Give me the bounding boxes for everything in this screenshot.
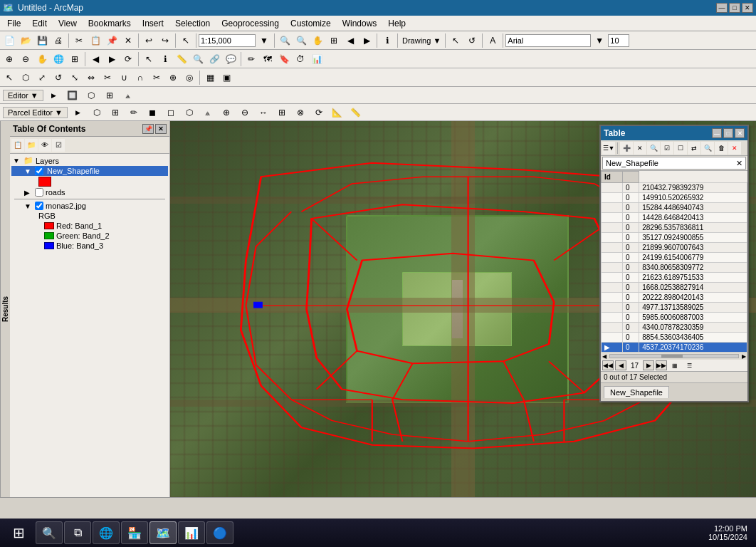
table-switch-sel-button[interactable]: ⇄: [688, 142, 700, 155]
font-dropdown[interactable]: ▼: [592, 33, 607, 48]
zoom-in2-button[interactable]: ⊕: [1, 51, 17, 67]
table-rows[interactable]: 0210432.7983923790149910.520265932015284…: [602, 183, 747, 353]
table-row-value[interactable]: 24199.6154006779: [639, 253, 747, 263]
table-row[interactable]: 05985.60060887003: [602, 313, 747, 323]
nav-last-button[interactable]: ▶▶: [656, 360, 667, 370]
taskbar-search-button[interactable]: 🔍: [36, 521, 63, 544]
table-row[interactable]: 015284.4486940743: [602, 203, 747, 213]
edit-select-button[interactable]: ↖: [1, 70, 17, 85]
table-row[interactable]: 024199.6154006779: [602, 253, 747, 263]
edit-union-button[interactable]: ∪: [116, 70, 132, 85]
table-row-value[interactable]: 1668.02538827914: [639, 283, 747, 293]
table-row-value[interactable]: 14428.6468420413: [639, 213, 747, 223]
time-button[interactable]: ⏱: [293, 51, 308, 67]
table-row[interactable]: 020222.8980420143: [602, 293, 747, 303]
parcel-tool9-button[interactable]: ⊕: [219, 105, 234, 120]
select-features-button[interactable]: ▣: [219, 70, 234, 85]
table-row-id[interactable]: 0: [623, 303, 639, 313]
table-row-value[interactable]: 4340.07878230359: [639, 323, 747, 333]
zoom-prev-button[interactable]: ◀: [342, 33, 358, 48]
table-row[interactable]: 0149910.520265932: [602, 193, 747, 203]
taskbar-taskview-button[interactable]: ⧉: [64, 521, 91, 544]
table-row-id[interactable]: 0: [623, 193, 639, 203]
edit-buffer-button[interactable]: ◎: [182, 70, 197, 85]
table-row-id[interactable]: 0: [623, 323, 639, 333]
toc-list-by-selection-button[interactable]: ☑: [52, 139, 65, 152]
table-row[interactable]: 08340.80658309772: [602, 263, 747, 273]
edit-intersect-button[interactable]: ∩: [132, 70, 148, 85]
table-row-value[interactable]: 4537.20374170236: [639, 343, 747, 353]
table-row[interactable]: 035127.0924900855: [602, 233, 747, 243]
fontsize-input[interactable]: [608, 34, 629, 47]
table-options-button[interactable]: ☰▼: [602, 142, 615, 155]
monas-expand-icon[interactable]: ▼: [24, 202, 33, 210]
table-row-id[interactable]: 0: [623, 253, 639, 263]
table-row-value[interactable]: 210432.798392379: [639, 183, 747, 193]
table-row-id[interactable]: 0: [623, 223, 639, 233]
forward-button[interactable]: ▶: [104, 51, 120, 67]
print-button[interactable]: 🖨: [51, 33, 66, 48]
parcel-tool2-button[interactable]: ⬡: [89, 105, 105, 120]
start-button[interactable]: ⊞: [3, 521, 34, 544]
parcel-tool7-button[interactable]: ⬡: [182, 105, 197, 120]
scale-input[interactable]: [199, 34, 256, 47]
table-row[interactable]: 04977.13713589025: [602, 303, 747, 313]
edit-tool2-button[interactable]: ⬡: [83, 88, 99, 103]
zoom-out2-button[interactable]: ⊖: [18, 51, 33, 67]
hyperlink-button[interactable]: 🔗: [206, 51, 222, 67]
toc-pin-button[interactable]: 📌: [142, 124, 154, 134]
measure-button[interactable]: 📏: [174, 51, 189, 67]
select2-button[interactable]: ↖: [141, 51, 157, 67]
parcel-editor-label[interactable]: Parcel Editor ▼: [3, 107, 68, 118]
layers-expand-icon[interactable]: ▼: [13, 157, 21, 165]
scroll-thumb[interactable]: [661, 355, 683, 358]
toc-close-button[interactable]: ✕: [155, 124, 167, 134]
attribute-table[interactable]: Id 0210432.7983923790149910.520265932015…: [601, 171, 747, 353]
table-row-value[interactable]: 4977.13713589025: [639, 303, 747, 313]
parcel-tool16-button[interactable]: 📏: [348, 105, 364, 120]
parcel-tool8-button[interactable]: ⟁: [200, 105, 216, 120]
full-extent-button[interactable]: ⊞: [326, 33, 342, 48]
identify2-button[interactable]: ℹ: [157, 51, 173, 67]
menu-insert[interactable]: Insert: [137, 17, 169, 30]
table-sel-button[interactable]: ☑: [661, 142, 673, 155]
table-maximize-button[interactable]: □: [723, 128, 733, 138]
menu-view[interactable]: View: [53, 17, 83, 30]
sync-button[interactable]: ⟳: [120, 51, 136, 67]
table-row[interactable]: 028296.5357836811: [602, 223, 747, 233]
full-extent2-button[interactable]: ⊞: [67, 51, 83, 67]
shapefile-expand-icon[interactable]: ▼: [24, 167, 33, 175]
table-row-id[interactable]: 0: [623, 203, 639, 213]
toc-list-by-visibility-button[interactable]: 👁: [38, 139, 51, 152]
parcel-tool10-button[interactable]: ⊖: [237, 105, 253, 120]
shapefile-visibility-checkbox[interactable]: [35, 167, 43, 175]
maximize-button[interactable]: □: [729, 3, 740, 13]
scroll-right-button[interactable]: ▶: [742, 353, 746, 360]
table-minimize-button[interactable]: —: [712, 128, 722, 138]
table-del-sel-button[interactable]: 🗑: [715, 142, 728, 155]
table-view-button[interactable]: ▦: [668, 360, 681, 370]
nav-next-button[interactable]: ▶: [643, 360, 654, 370]
spatial-adj-button[interactable]: ⟁: [120, 88, 136, 103]
delete-button[interactable]: ✕: [120, 33, 136, 48]
table-row-value[interactable]: 8340.80658309772: [639, 263, 747, 273]
roads-expand-icon[interactable]: ▶: [24, 189, 33, 197]
table-row-value[interactable]: 28296.5357836811: [639, 223, 747, 233]
table-row-value[interactable]: 15284.4486940743: [639, 203, 747, 213]
font-input[interactable]: [505, 34, 591, 47]
table-row[interactable]: 08854.53603436405: [602, 333, 747, 343]
editor-label[interactable]: Editor ▼: [3, 90, 43, 101]
table-view2-button[interactable]: ☰: [683, 360, 695, 370]
edit-cut-button[interactable]: ✂: [149, 70, 164, 85]
paste-button[interactable]: 📌: [104, 33, 120, 48]
snap-button[interactable]: 🔲: [65, 88, 80, 103]
attr-table-button[interactable]: ▦: [202, 70, 218, 85]
zoom-next-button[interactable]: ▶: [359, 33, 374, 48]
pan2-button[interactable]: ✋: [34, 51, 50, 67]
new-button[interactable]: 📄: [1, 33, 17, 48]
taskbar-app8-button[interactable]: 🔵: [206, 521, 233, 544]
table-row[interactable]: 0210432.798392379: [602, 183, 747, 193]
menu-edit[interactable]: Edit: [26, 17, 53, 30]
cut-button[interactable]: ✂: [71, 33, 87, 48]
select-button[interactable]: ↖: [448, 33, 463, 48]
